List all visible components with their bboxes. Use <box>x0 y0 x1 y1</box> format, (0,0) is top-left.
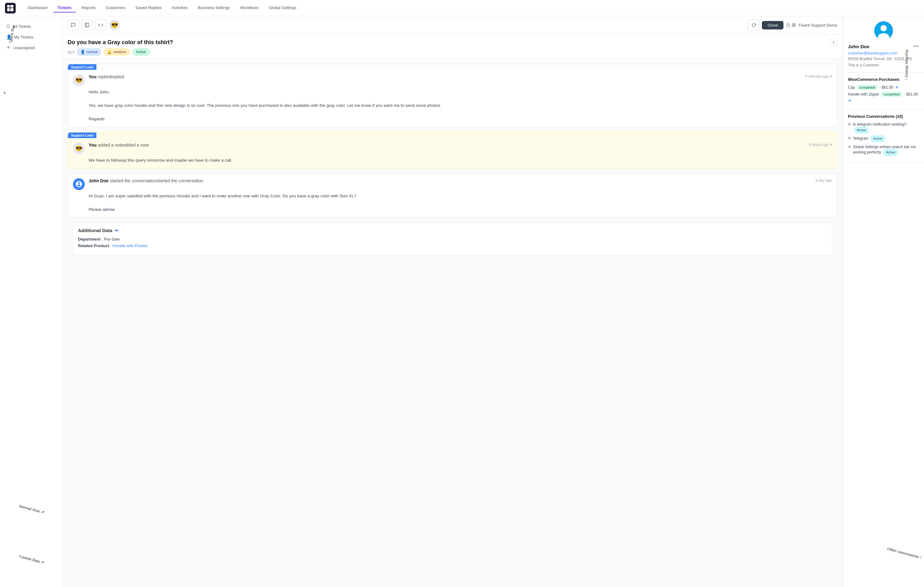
purchase-row-1: Cap completed - $61.00 👁 <box>848 85 919 90</box>
ticket-title: Do you have a Gray color of this tshirt? <box>68 39 827 46</box>
message-reply: Support Lead 😎 You repliedreplied <box>68 64 837 127</box>
customer-card: John Doe ••• customer@fluentsupport.com … <box>843 16 924 73</box>
message-body-2: We have to followup this query tomorrow … <box>73 157 832 164</box>
email-icon-3: ✉ <box>848 145 851 149</box>
nav-dashboard[interactable]: Dashboard <box>23 3 52 13</box>
close-button[interactable]: Close <box>762 21 784 30</box>
conv-item-2: ✉ Telegram Active <box>848 136 919 142</box>
message-action-1: replied <box>98 74 111 79</box>
woocommerce-section: WooCommerce Purchases Cap completed - $6… <box>843 73 924 110</box>
nav-customers[interactable]: Customers <box>101 3 130 13</box>
ticket-area: 😎 Close <box>63 16 843 587</box>
purchase-status-2: completed <box>881 92 902 97</box>
svg-rect-7 <box>792 23 796 27</box>
customer-type: This is a Customer <box>848 63 919 67</box>
sidebar-item-all-tickets[interactable]: ☰ All Tickets <box>3 21 60 31</box>
customer-email[interactable]: customer@fluentsupport.com <box>848 51 919 55</box>
agent-avatar-1: 😎 <box>73 74 85 86</box>
conv-item-1: ✉ Is telegram notification working? Acti… <box>848 122 919 133</box>
nav-saved-replies[interactable]: Saved Replies <box>131 3 166 13</box>
source-label: Fluent Support Demo <box>799 23 837 28</box>
additional-data-section: Additional Data ✏ Department : Pre-Sale … <box>73 222 832 255</box>
nav-activities[interactable]: Activities <box>167 3 192 13</box>
conv-item-3: ✉ Global Settings entries search bar not… <box>848 144 919 156</box>
nav-global-settings[interactable]: Global Settings <box>264 3 301 13</box>
additional-data-title-text: Additional Data <box>78 228 112 233</box>
svg-rect-0 <box>7 5 10 8</box>
message-time-3: a day ago <box>815 178 832 183</box>
sidebar-item-unassigned[interactable]: 👁 Unassigned <box>3 43 60 53</box>
message-note: Support Lead 😎 You added a noteadded a n… <box>68 132 837 169</box>
list-icon: ☰ <box>6 24 10 29</box>
conv-text-1: Is telegram notification working? Active <box>853 122 919 133</box>
message-sender-3: John Doe <box>89 178 109 183</box>
nav-workflows[interactable]: Workflows <box>236 3 263 13</box>
sidebar-icon-btn[interactable] <box>81 20 92 31</box>
message-body-1: Hello John, Yes, we have gray color hood… <box>73 89 832 122</box>
purchase-status-1: completed <box>857 85 878 90</box>
edit-icon[interactable]: ✏ <box>115 228 119 233</box>
svg-point-14 <box>881 25 887 31</box>
priority-badge: 👤 normal <box>77 48 101 55</box>
chat-icon-btn[interactable] <box>68 20 79 31</box>
previous-conversations-section: Previous Conversations (10) ✉ Is telegra… <box>843 110 924 163</box>
email-icon-1: ✉ <box>848 122 851 127</box>
nav-tickets[interactable]: Tickets <box>53 3 76 13</box>
chevron-down-icon[interactable]: ▾ <box>830 74 832 79</box>
purchase-amount-2: - $61.00 <box>904 92 918 96</box>
avatar-face-2: 😎 <box>76 145 82 152</box>
nav-items: Dashboard Tickets Reports Customers Save… <box>23 3 919 13</box>
svg-rect-4 <box>85 23 89 27</box>
sidebar-item-unassigned-label: Unassigned <box>13 45 35 50</box>
svg-rect-3 <box>10 8 13 11</box>
refresh-btn[interactable] <box>748 20 759 31</box>
conv-status-3: Active <box>883 149 898 155</box>
agent-avatar-2: 😎 <box>73 142 85 154</box>
medium-badge: 🔔 medium <box>104 48 130 55</box>
message-time-2: 9 hours ago ▾ <box>809 142 832 147</box>
status-badge: Active <box>132 48 150 55</box>
priority-icon: 👤 <box>81 50 85 54</box>
more-options-btn[interactable]: ••• <box>913 43 919 50</box>
data-row-department: Department : Pre-Sale <box>78 237 827 241</box>
purchase-eye-icon-1[interactable]: 👁 <box>895 85 899 89</box>
woocommerce-title: WooCommerce Purchases <box>848 77 919 82</box>
right-panel: John Doe ••• customer@fluentsupport.com … <box>843 16 924 587</box>
customer-address: 65538 Bradtke Tunnel, DE, 51531, US <box>848 57 919 61</box>
svg-rect-6 <box>787 25 790 26</box>
sidebar-item-my-tickets-label: My Tickets <box>14 35 33 40</box>
support-lead-badge-2: Support Lead <box>68 132 96 138</box>
product-link[interactable]: Hoodie with Pocket <box>113 243 147 248</box>
svg-rect-2 <box>7 8 10 11</box>
previous-conversations-title: Previous Conversations (10) <box>848 114 919 119</box>
ticket-number: #13 <box>68 50 74 55</box>
conv-status-2: Active <box>871 136 885 142</box>
ticket-header: Do you have a Gray color of this tshirt?… <box>63 34 842 59</box>
nav-business-settings[interactable]: Business Settings <box>193 3 234 13</box>
avatar-face-1: 😎 <box>76 77 82 84</box>
purchase-eye-icon-2[interactable]: 👁 <box>848 99 852 103</box>
nav-reports[interactable]: Reports <box>77 3 100 13</box>
message-action-2: added a note <box>98 142 123 147</box>
user-icon: 👤 <box>6 35 12 40</box>
message-body-3: Hi Guys, I am super satisfied with the p… <box>73 193 832 213</box>
conv-status-1: Active <box>854 127 869 133</box>
settings-icon-btn[interactable] <box>95 20 106 31</box>
message-sender-1: You <box>89 74 96 79</box>
medium-icon: 🔔 <box>107 50 112 54</box>
purchase-product-1: Cap <box>848 85 855 89</box>
conv-text-3: Global Settings entries search bar not w… <box>853 144 919 156</box>
sidebar-item-all-tickets-label: All Tickets <box>13 24 31 29</box>
customer-avatar <box>73 178 85 190</box>
purchase-row-2: Hoodie with Zipper completed - $61.00 👁 <box>848 92 919 103</box>
message-sender-2: You <box>89 142 96 147</box>
chevron-down-icon-2[interactable]: ▾ <box>830 142 832 147</box>
email-icon-2: ✉ <box>848 136 851 141</box>
agent-avatar-btn[interactable]: 😎 <box>109 20 120 31</box>
customer-avatar-large <box>874 21 893 40</box>
sidebar-item-my-tickets[interactable]: 👤 My Tickets <box>3 32 60 42</box>
ticket-toolbar: 😎 Close <box>63 16 842 34</box>
app-logo <box>5 3 16 13</box>
lock-icon-wrap <box>786 23 796 27</box>
add-button[interactable]: + <box>830 38 837 46</box>
